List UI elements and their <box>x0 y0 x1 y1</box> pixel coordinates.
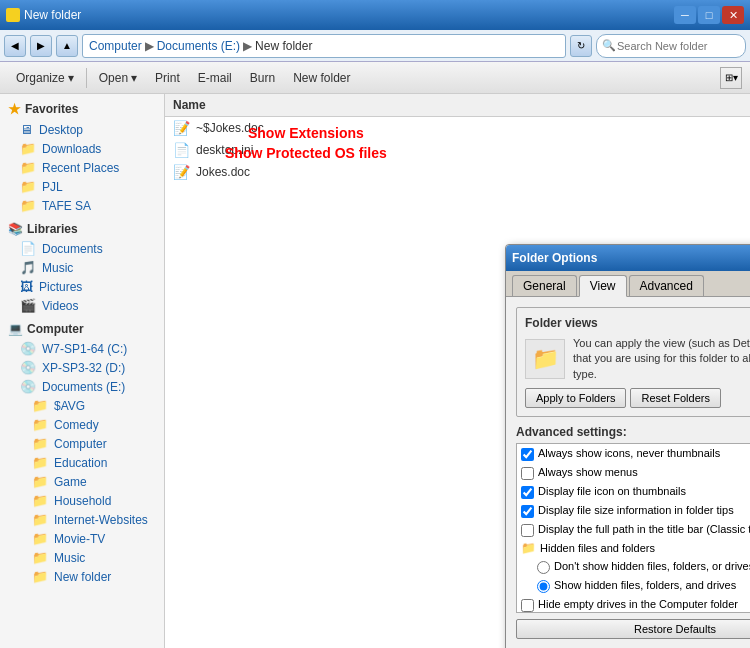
folder-icon: 📁 <box>20 198 36 213</box>
breadcrumb-documents[interactable]: Documents (E:) <box>157 39 240 53</box>
tab-advanced[interactable]: Advanced <box>629 275 704 296</box>
sidebar: ★ Favorites 🖥 Desktop 📁 Downloads 📁 Rece… <box>0 94 165 648</box>
print-button[interactable]: Print <box>147 66 188 90</box>
drive-icon: 💿 <box>20 379 36 394</box>
folder-views-section: Folder views 📁 You can apply the view (s… <box>516 307 750 417</box>
folder-icon: 📁 <box>32 531 48 546</box>
dialog-title: Folder Options <box>512 251 597 265</box>
drive-icon: 💿 <box>20 341 36 356</box>
main-area: ★ Favorites 🖥 Desktop 📁 Downloads 📁 Rece… <box>0 94 750 648</box>
sidebar-item-d-drive[interactable]: 💿 XP-SP3-32 (D:) <box>0 358 164 377</box>
toolbar-separator <box>86 68 87 88</box>
views-button[interactable]: ⊞▾ <box>720 67 742 89</box>
sidebar-item-pictures[interactable]: 🖼 Pictures <box>0 277 164 296</box>
sidebar-item-tafesa[interactable]: 📁 TAFE SA <box>0 196 164 215</box>
adv-always-show-icons[interactable]: Always show icons, never thumbnails <box>517 444 750 463</box>
sidebar-item-videos[interactable]: 🎬 Videos <box>0 296 164 315</box>
sidebar-item-household[interactable]: 📁 Household <box>0 491 164 510</box>
sidebar-item-movie-tv[interactable]: 📁 Movie-TV <box>0 529 164 548</box>
dialog-body: Folder views 📁 You can apply the view (s… <box>506 297 750 648</box>
window-title: New folder <box>24 8 81 22</box>
maximize-button[interactable]: □ <box>698 6 720 24</box>
sidebar-item-game[interactable]: 📁 Game <box>0 472 164 491</box>
window-close-button[interactable]: ✕ <box>722 6 744 24</box>
computer-icon: 💻 <box>8 322 23 336</box>
dialog-titlebar: Folder Options ✕ <box>506 245 750 271</box>
email-button[interactable]: E-mail <box>190 66 240 90</box>
txt-icon: 📄 <box>173 142 190 158</box>
sidebar-item-e-drive[interactable]: 💿 Documents (E:) <box>0 377 164 396</box>
tab-general[interactable]: General <box>512 275 577 296</box>
folder-icon: 📁 <box>32 474 48 489</box>
new-folder-button[interactable]: New folder <box>285 66 358 90</box>
dialog-tabs: General View Advanced <box>506 271 750 297</box>
sidebar-item-c-drive[interactable]: 💿 W7-SP1-64 (C:) <box>0 339 164 358</box>
folder-views-buttons: Apply to Folders Reset Folders <box>525 388 750 408</box>
search-input[interactable] <box>596 34 746 58</box>
adv-display-file-icon[interactable]: Display file icon on thumbnails <box>517 482 750 501</box>
adv-display-full-path[interactable]: Display the full path in the title bar (… <box>517 520 750 539</box>
folder-views-content: 📁 You can apply the view (such as Detail… <box>525 336 750 382</box>
music-icon: 🎵 <box>20 260 36 275</box>
breadcrumb-computer[interactable]: Computer <box>89 39 142 53</box>
file-item-jokes-doc[interactable]: 📝 Jokes.doc <box>165 161 750 183</box>
favorites-section: ★ Favorites 🖥 Desktop 📁 Downloads 📁 Rece… <box>0 98 164 215</box>
organize-button[interactable]: Organize▾ <box>8 66 82 90</box>
favorites-label: Favorites <box>25 102 78 116</box>
folder-icon: 📁 <box>20 160 36 175</box>
adv-show-hidden[interactable]: Show hidden files, folders, and drives <box>517 576 750 595</box>
search-icon: 🔍 <box>602 39 616 52</box>
search-container: 🔍 <box>596 34 746 58</box>
folder-icon: 📁 <box>32 436 48 451</box>
sidebar-item-computer-folder[interactable]: 📁 Computer <box>0 434 164 453</box>
folder-icon: 📁 <box>32 493 48 508</box>
folder-icon: 📁 <box>32 398 48 413</box>
sidebar-item-education[interactable]: 📁 Education <box>0 453 164 472</box>
adv-hide-empty-drives[interactable]: Hide empty drives in the Computer folder <box>517 595 750 613</box>
title-bar-left: New folder <box>6 8 81 22</box>
adv-folder-icon: 📁 <box>521 541 536 555</box>
doc-icon: 📝 <box>173 120 190 136</box>
toolbar-views: ⊞▾ <box>720 67 742 89</box>
favorites-header[interactable]: ★ Favorites <box>0 98 164 120</box>
star-icon: ★ <box>8 101 21 117</box>
computer-section: 💻 Computer 💿 W7-SP1-64 (C:) 💿 XP-SP3-32 … <box>0 319 164 586</box>
sidebar-item-music[interactable]: 🎵 Music <box>0 258 164 277</box>
sidebar-item-downloads[interactable]: 📁 Downloads <box>0 139 164 158</box>
window-icon <box>6 8 20 22</box>
adv-display-file-size[interactable]: Display file size information in folder … <box>517 501 750 520</box>
sidebar-item-recentplaces[interactable]: 📁 Recent Places <box>0 158 164 177</box>
computer-header[interactable]: 💻 Computer <box>0 319 164 339</box>
libraries-header[interactable]: 📚 Libraries <box>0 219 164 239</box>
back-button[interactable]: ◀ <box>4 35 26 57</box>
forward-button[interactable]: ▶ <box>30 35 52 57</box>
refresh-button[interactable]: ↻ <box>570 35 592 57</box>
sidebar-item-new-folder[interactable]: 📁 New folder <box>0 567 164 586</box>
sidebar-item-internet-websites[interactable]: 📁 Internet-Websites <box>0 510 164 529</box>
doc-icon: 📝 <box>173 164 190 180</box>
sidebar-item-desktop[interactable]: 🖥 Desktop <box>0 120 164 139</box>
burn-button[interactable]: Burn <box>242 66 283 90</box>
adv-dont-show-hidden[interactable]: Don't show hidden files, folders, or dri… <box>517 557 750 576</box>
folder-icon: 📁 <box>20 179 36 194</box>
sidebar-item-pjl[interactable]: 📁 PJL <box>0 177 164 196</box>
adv-always-show-menus[interactable]: Always show menus <box>517 463 750 482</box>
up-button[interactable]: ▲ <box>56 35 78 57</box>
sidebar-item-avg[interactable]: 📁 $AVG <box>0 396 164 415</box>
libraries-icon: 📚 <box>8 222 23 236</box>
sidebar-item-comedy[interactable]: 📁 Comedy <box>0 415 164 434</box>
sidebar-item-documents[interactable]: 📄 Documents <box>0 239 164 258</box>
apply-to-folders-button[interactable]: Apply to Folders <box>525 388 626 408</box>
folder-icon: 📁 <box>32 550 48 565</box>
breadcrumb[interactable]: Computer ▶ Documents (E:) ▶ New folder <box>82 34 566 58</box>
breadcrumb-newfolder[interactable]: New folder <box>255 39 312 53</box>
advanced-settings-list: Always show icons, never thumbnails Alwa… <box>516 443 750 613</box>
minimize-button[interactable]: ─ <box>674 6 696 24</box>
reset-folders-button[interactable]: Reset Folders <box>630 388 720 408</box>
tab-view[interactable]: View <box>579 275 627 297</box>
sidebar-item-music-folder[interactable]: 📁 Music <box>0 548 164 567</box>
folder-options-dialog: Folder Options ✕ General View Advanced F… <box>505 244 750 648</box>
title-controls: ─ □ ✕ <box>674 6 744 24</box>
restore-defaults-button[interactable]: Restore Defaults <box>516 619 750 639</box>
open-button[interactable]: Open▾ <box>91 66 145 90</box>
